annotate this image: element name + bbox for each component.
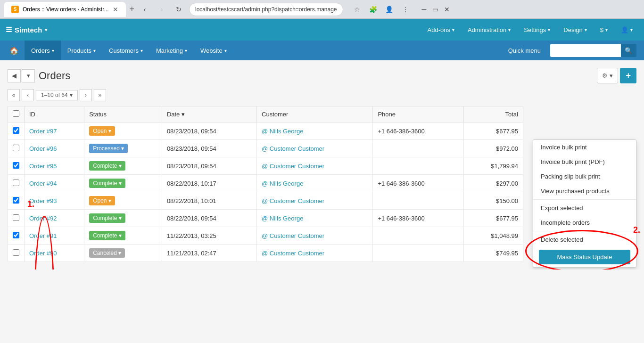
customer-link[interactable]: @ Customer Customer xyxy=(262,232,324,239)
row-checkbox[interactable] xyxy=(13,162,19,169)
home-button[interactable]: 🏠 xyxy=(4,41,25,60)
invoice-bulk-print-pdf-item[interactable]: Invoice bulk print (PDF) xyxy=(533,155,636,169)
maximize-button[interactable]: ▭ xyxy=(431,5,440,14)
profile-button[interactable]: 👤 xyxy=(383,3,396,16)
packing-slip-bulk-print-item[interactable]: Packing slip bulk print xyxy=(533,169,636,184)
incomplete-orders-item[interactable]: Incomplete orders xyxy=(533,215,636,230)
last-page-button[interactable]: » xyxy=(94,89,106,101)
row-checkbox[interactable] xyxy=(13,127,19,134)
marketing-nav-label: Marketing xyxy=(156,47,183,54)
order-total: $677.95 xyxy=(463,210,523,227)
date-column-header[interactable]: Date ▾ xyxy=(162,106,256,122)
order-link[interactable]: Order #94 xyxy=(29,180,57,187)
delete-selected-item[interactable]: Delete selected xyxy=(533,232,636,247)
sidebar-item-customers[interactable]: Customers ▾ xyxy=(102,41,149,60)
order-link[interactable]: Order #93 xyxy=(29,197,57,204)
header-row: ID Status Date ▾ Customer Phone Total xyxy=(8,106,523,122)
quick-menu-button[interactable]: Quick menu xyxy=(503,41,546,60)
design-menu-item[interactable]: Design ▾ xyxy=(558,23,592,37)
new-tab-button[interactable]: + xyxy=(130,4,135,14)
table-row: Order #92Complete ▾08/22/2018, 09:54@ Ni… xyxy=(8,210,523,227)
order-link[interactable]: Order #91 xyxy=(29,232,57,239)
order-link[interactable]: Order #92 xyxy=(29,215,57,222)
order-link[interactable]: Order #96 xyxy=(29,145,57,152)
pager-dropdown-icon: ▾ xyxy=(70,92,73,98)
order-link[interactable]: Order #95 xyxy=(29,163,57,170)
order-total: $1,799.94 xyxy=(463,157,523,175)
status-badge[interactable]: Complete ▾ xyxy=(89,161,125,171)
order-date: 11/21/2013, 02:47 xyxy=(162,245,256,262)
status-badge[interactable]: Complete ▾ xyxy=(89,213,125,223)
row-checkbox[interactable] xyxy=(13,197,19,204)
status-badge[interactable]: Open ▾ xyxy=(89,196,115,205)
secondary-nav: 🏠 Orders ▾ Products ▾ Customers ▾ Market… xyxy=(0,41,644,60)
order-total: $749.95 xyxy=(463,245,523,262)
customer-link[interactable]: @ Customer Customer xyxy=(262,197,324,204)
row-checkbox[interactable] xyxy=(13,232,19,238)
sidebar-item-marketing[interactable]: Marketing ▾ xyxy=(149,41,194,60)
page-back-button[interactable]: ◀ xyxy=(8,69,21,82)
browser-controls: ‹ › ↻ localhost/testcscart/admin.php?dis… xyxy=(134,3,416,16)
prev-page-button[interactable]: ‹ xyxy=(22,89,34,101)
search-input[interactable] xyxy=(550,44,621,57)
sidebar-item-products[interactable]: Products ▾ xyxy=(61,41,102,60)
user-menu-item[interactable]: 👤 ▾ xyxy=(615,23,638,37)
row-checkbox[interactable] xyxy=(13,214,19,221)
bookmark-button[interactable]: ☆ xyxy=(351,3,364,16)
brand-logo[interactable]: ☰ Simtech ▾ xyxy=(6,25,47,34)
customer-link[interactable]: @ Nills George xyxy=(262,215,303,222)
row-checkbox[interactable] xyxy=(13,249,19,256)
customer-link[interactable]: @ Customer Customer xyxy=(262,250,324,257)
address-bar[interactable]: localhost/testcscart/admin.php?dispatch=… xyxy=(189,3,343,16)
status-column-header: Status xyxy=(84,106,162,122)
customer-link[interactable]: @ Nills George xyxy=(262,180,303,187)
tab-close-icon[interactable]: ✕ xyxy=(113,6,118,13)
menu-divider-1 xyxy=(533,199,636,200)
order-link[interactable]: Order #97 xyxy=(29,128,57,135)
first-page-button[interactable]: « xyxy=(8,89,20,101)
back-button[interactable]: ‹ xyxy=(138,3,151,16)
sidebar-item-orders[interactable]: Orders ▾ xyxy=(25,41,61,60)
customer-link[interactable]: @ Nills George xyxy=(262,128,303,135)
reload-button[interactable]: ↻ xyxy=(172,3,185,16)
gear-dropdown-arrow: ▾ xyxy=(610,72,613,79)
administration-menu-item[interactable]: Administration ▾ xyxy=(462,23,516,37)
gear-dropdown-button[interactable]: ⚙ ▾ xyxy=(597,68,618,83)
next-page-button[interactable]: › xyxy=(80,89,92,101)
browser-tab[interactable]: S Orders :: View orders - Administr... ✕ xyxy=(4,2,126,17)
order-total: $1,048.99 xyxy=(463,227,523,245)
status-badge[interactable]: Open ▾ xyxy=(89,126,115,136)
extensions-button[interactable]: 🧩 xyxy=(367,3,380,16)
settings-menu-item[interactable]: Settings ▾ xyxy=(518,23,556,37)
status-badge[interactable]: Complete ▾ xyxy=(89,179,125,188)
customer-link[interactable]: @ Customer Customer xyxy=(262,145,324,152)
order-phone xyxy=(373,245,463,262)
export-selected-item[interactable]: Export selected xyxy=(533,201,636,215)
close-window-button[interactable]: ✕ xyxy=(442,5,452,14)
forward-button[interactable]: › xyxy=(155,3,168,16)
row-checkbox[interactable] xyxy=(13,180,19,186)
marketing-nav-dropdown-icon: ▾ xyxy=(185,48,187,53)
add-order-button[interactable]: + xyxy=(620,68,636,83)
customer-link[interactable]: @ Customer Customer xyxy=(262,163,324,170)
total-column-header: Total xyxy=(463,106,523,122)
status-badge[interactable]: Canceled ▾ xyxy=(89,248,125,258)
status-badge[interactable]: Complete ▾ xyxy=(89,231,125,240)
minimize-button[interactable]: ─ xyxy=(420,5,429,14)
select-all-checkbox[interactable] xyxy=(13,110,19,117)
main-content: ◀ ▾ Orders ⚙ ▾ + « ‹ 1–10 of 64 ▾ › » xyxy=(0,60,644,270)
invoice-bulk-print-item[interactable]: Invoice bulk print xyxy=(533,140,636,155)
order-link[interactable]: Order #90 xyxy=(29,250,57,257)
menu-button[interactable]: ⋮ xyxy=(399,3,412,16)
sidebar-item-website[interactable]: Website ▾ xyxy=(194,41,233,60)
addons-menu-item[interactable]: Add-ons ▾ xyxy=(422,23,460,37)
page-dropdown-button[interactable]: ▾ xyxy=(22,69,35,82)
row-checkbox[interactable] xyxy=(13,145,19,151)
gear-icon: ⚙ xyxy=(602,72,608,79)
mass-status-update-button[interactable]: Mass Status Update xyxy=(539,250,630,264)
currency-menu-item[interactable]: $ ▾ xyxy=(594,23,613,37)
search-button[interactable]: 🔍 xyxy=(621,44,636,57)
status-badge[interactable]: Processed ▾ xyxy=(89,144,128,153)
view-purchased-products-item[interactable]: View purchased products xyxy=(533,184,636,198)
pager-info[interactable]: 1–10 of 64 ▾ xyxy=(36,90,78,100)
